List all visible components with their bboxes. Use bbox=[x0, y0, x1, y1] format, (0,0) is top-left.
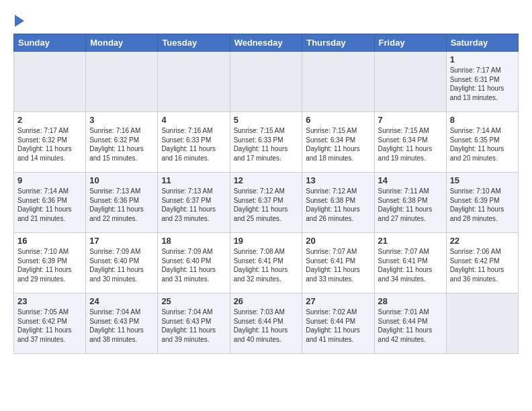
day-info: Sunrise: 7:16 AM Sunset: 6:33 PM Dayligh… bbox=[161, 126, 226, 163]
day-number: 12 bbox=[234, 175, 299, 185]
calendar-day-cell: 16Sunrise: 7:10 AM Sunset: 6:39 PM Dayli… bbox=[14, 233, 86, 293]
day-info: Sunrise: 7:10 AM Sunset: 6:39 PM Dayligh… bbox=[17, 247, 82, 283]
day-number: 8 bbox=[450, 115, 515, 125]
day-number: 24 bbox=[89, 296, 154, 306]
day-number: 9 bbox=[17, 175, 82, 185]
day-number: 6 bbox=[306, 115, 370, 125]
day-info: Sunrise: 7:10 AM Sunset: 6:39 PM Dayligh… bbox=[450, 187, 515, 223]
day-number: 25 bbox=[161, 296, 226, 306]
weekday-header: Wednesday bbox=[230, 34, 302, 52]
day-info: Sunrise: 7:09 AM Sunset: 6:40 PM Dayligh… bbox=[161, 247, 226, 283]
day-number: 20 bbox=[306, 236, 370, 246]
weekday-header: Friday bbox=[374, 34, 446, 52]
day-info: Sunrise: 7:01 AM Sunset: 6:44 PM Dayligh… bbox=[378, 308, 443, 344]
calendar-day-cell: 19Sunrise: 7:08 AM Sunset: 6:41 PM Dayli… bbox=[230, 233, 302, 293]
day-number: 14 bbox=[378, 175, 443, 185]
calendar-day-cell: 22Sunrise: 7:06 AM Sunset: 6:42 PM Dayli… bbox=[446, 233, 518, 293]
calendar-day-cell: 8Sunrise: 7:14 AM Sunset: 6:35 PM Daylig… bbox=[446, 112, 518, 173]
day-info: Sunrise: 7:07 AM Sunset: 6:41 PM Dayligh… bbox=[378, 247, 443, 283]
day-number: 5 bbox=[234, 115, 299, 125]
weekday-header: Saturday bbox=[446, 34, 518, 52]
calendar-day-cell bbox=[14, 52, 86, 112]
calendar-day-cell: 18Sunrise: 7:09 AM Sunset: 6:40 PM Dayli… bbox=[158, 233, 230, 293]
day-info: Sunrise: 7:16 AM Sunset: 6:32 PM Dayligh… bbox=[89, 126, 154, 163]
day-number: 27 bbox=[306, 296, 370, 306]
calendar-day-cell: 10Sunrise: 7:13 AM Sunset: 6:36 PM Dayli… bbox=[86, 173, 158, 233]
calendar-day-cell bbox=[230, 52, 302, 112]
day-info: Sunrise: 7:05 AM Sunset: 6:42 PM Dayligh… bbox=[17, 308, 82, 344]
calendar-week-row: 2Sunrise: 7:17 AM Sunset: 6:32 PM Daylig… bbox=[14, 112, 519, 173]
day-number: 15 bbox=[450, 175, 515, 185]
weekday-header: Sunday bbox=[14, 34, 86, 52]
calendar-day-cell: 26Sunrise: 7:03 AM Sunset: 6:44 PM Dayli… bbox=[230, 293, 302, 354]
day-info: Sunrise: 7:04 AM Sunset: 6:43 PM Dayligh… bbox=[161, 308, 226, 344]
day-info: Sunrise: 7:14 AM Sunset: 6:36 PM Dayligh… bbox=[17, 187, 82, 223]
calendar-day-cell bbox=[86, 52, 158, 112]
day-number: 4 bbox=[161, 115, 226, 125]
calendar-day-cell: 3Sunrise: 7:16 AM Sunset: 6:32 PM Daylig… bbox=[86, 112, 158, 173]
calendar-week-row: 16Sunrise: 7:10 AM Sunset: 6:39 PM Dayli… bbox=[14, 233, 519, 293]
weekday-header: Tuesday bbox=[158, 34, 230, 52]
calendar-week-row: 9Sunrise: 7:14 AM Sunset: 6:36 PM Daylig… bbox=[14, 173, 519, 233]
day-info: Sunrise: 7:03 AM Sunset: 6:44 PM Dayligh… bbox=[234, 308, 299, 344]
day-number: 17 bbox=[89, 236, 154, 246]
day-number: 1 bbox=[450, 54, 515, 64]
day-number: 28 bbox=[378, 296, 443, 306]
day-info: Sunrise: 7:15 AM Sunset: 6:34 PM Dayligh… bbox=[306, 126, 370, 163]
day-info: Sunrise: 7:11 AM Sunset: 6:38 PM Dayligh… bbox=[378, 187, 443, 223]
day-number: 19 bbox=[234, 236, 299, 246]
calendar-day-cell: 2Sunrise: 7:17 AM Sunset: 6:32 PM Daylig… bbox=[14, 112, 86, 173]
day-info: Sunrise: 7:07 AM Sunset: 6:41 PM Dayligh… bbox=[306, 247, 370, 283]
day-number: 26 bbox=[234, 296, 299, 306]
day-info: Sunrise: 7:17 AM Sunset: 6:32 PM Dayligh… bbox=[17, 126, 82, 163]
day-info: Sunrise: 7:14 AM Sunset: 6:35 PM Dayligh… bbox=[450, 126, 515, 163]
day-info: Sunrise: 7:13 AM Sunset: 6:36 PM Dayligh… bbox=[89, 187, 154, 223]
calendar-day-cell: 17Sunrise: 7:09 AM Sunset: 6:40 PM Dayli… bbox=[86, 233, 158, 293]
calendar-day-cell: 27Sunrise: 7:02 AM Sunset: 6:44 PM Dayli… bbox=[302, 293, 374, 354]
calendar-day-cell: 13Sunrise: 7:12 AM Sunset: 6:38 PM Dayli… bbox=[302, 173, 374, 233]
day-number: 7 bbox=[378, 115, 443, 125]
calendar-day-cell: 21Sunrise: 7:07 AM Sunset: 6:41 PM Dayli… bbox=[374, 233, 446, 293]
day-info: Sunrise: 7:17 AM Sunset: 6:31 PM Dayligh… bbox=[450, 66, 515, 102]
calendar-day-cell bbox=[158, 52, 230, 112]
day-number: 21 bbox=[378, 236, 443, 246]
calendar-day-cell: 24Sunrise: 7:04 AM Sunset: 6:43 PM Dayli… bbox=[86, 293, 158, 354]
day-info: Sunrise: 7:12 AM Sunset: 6:37 PM Dayligh… bbox=[234, 187, 299, 223]
calendar-day-cell: 23Sunrise: 7:05 AM Sunset: 6:42 PM Dayli… bbox=[14, 293, 86, 354]
calendar-day-cell: 4Sunrise: 7:16 AM Sunset: 6:33 PM Daylig… bbox=[158, 112, 230, 173]
logo bbox=[13, 13, 24, 27]
calendar-week-row: 23Sunrise: 7:05 AM Sunset: 6:42 PM Dayli… bbox=[14, 293, 519, 354]
day-number: 18 bbox=[161, 236, 226, 246]
calendar-day-cell: 7Sunrise: 7:15 AM Sunset: 6:34 PM Daylig… bbox=[374, 112, 446, 173]
calendar-day-cell: 6Sunrise: 7:15 AM Sunset: 6:34 PM Daylig… bbox=[302, 112, 374, 173]
day-number: 11 bbox=[161, 175, 226, 185]
day-info: Sunrise: 7:08 AM Sunset: 6:41 PM Dayligh… bbox=[234, 247, 299, 283]
day-number: 3 bbox=[89, 115, 154, 125]
calendar-day-cell: 25Sunrise: 7:04 AM Sunset: 6:43 PM Dayli… bbox=[158, 293, 230, 354]
calendar-day-cell: 15Sunrise: 7:10 AM Sunset: 6:39 PM Dayli… bbox=[446, 173, 518, 233]
day-number: 2 bbox=[17, 115, 82, 125]
calendar-day-cell: 1Sunrise: 7:17 AM Sunset: 6:31 PM Daylig… bbox=[446, 52, 518, 112]
calendar-header-row: SundayMondayTuesdayWednesdayThursdayFrid… bbox=[14, 34, 519, 52]
day-info: Sunrise: 7:06 AM Sunset: 6:42 PM Dayligh… bbox=[450, 247, 515, 283]
day-number: 23 bbox=[17, 296, 82, 306]
calendar-day-cell bbox=[374, 52, 446, 112]
weekday-header: Monday bbox=[86, 34, 158, 52]
calendar-week-row: 1Sunrise: 7:17 AM Sunset: 6:31 PM Daylig… bbox=[14, 52, 519, 112]
day-number: 13 bbox=[306, 175, 370, 185]
calendar-day-cell: 12Sunrise: 7:12 AM Sunset: 6:37 PM Dayli… bbox=[230, 173, 302, 233]
weekday-header: Thursday bbox=[302, 34, 374, 52]
calendar-day-cell: 20Sunrise: 7:07 AM Sunset: 6:41 PM Dayli… bbox=[302, 233, 374, 293]
calendar-day-cell: 5Sunrise: 7:15 AM Sunset: 6:33 PM Daylig… bbox=[230, 112, 302, 173]
calendar-day-cell: 11Sunrise: 7:13 AM Sunset: 6:37 PM Dayli… bbox=[158, 173, 230, 233]
calendar-day-cell bbox=[302, 52, 374, 112]
calendar-day-cell: 28Sunrise: 7:01 AM Sunset: 6:44 PM Dayli… bbox=[374, 293, 446, 354]
logo-arrow-icon bbox=[15, 15, 24, 27]
calendar-table: SundayMondayTuesdayWednesdayThursdayFrid… bbox=[13, 34, 519, 354]
day-info: Sunrise: 7:13 AM Sunset: 6:37 PM Dayligh… bbox=[161, 187, 226, 223]
day-number: 10 bbox=[89, 175, 154, 185]
day-info: Sunrise: 7:15 AM Sunset: 6:33 PM Dayligh… bbox=[234, 126, 299, 163]
day-info: Sunrise: 7:12 AM Sunset: 6:38 PM Dayligh… bbox=[306, 187, 370, 223]
calendar-day-cell: 9Sunrise: 7:14 AM Sunset: 6:36 PM Daylig… bbox=[14, 173, 86, 233]
page-header bbox=[13, 13, 519, 27]
